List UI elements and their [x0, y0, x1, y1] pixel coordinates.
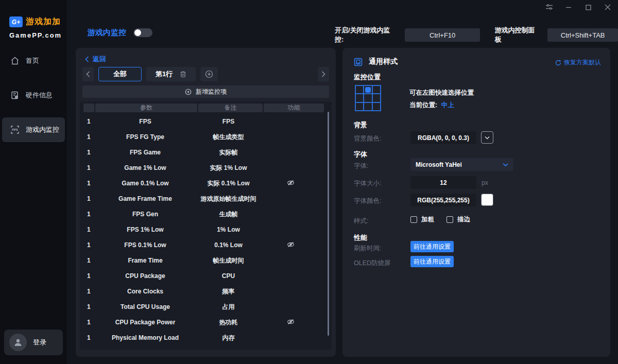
restore-defaults-link[interactable]: 恢复方案默认: [555, 58, 601, 67]
refresh-icon: [555, 60, 561, 66]
logo-domain-text: GamePP.com: [9, 31, 62, 39]
tab-row1[interactable]: 第1行: [146, 67, 196, 81]
row-note: 游戏原始帧生成时间: [196, 195, 261, 203]
sidebar-item-hardware-info[interactable]: 硬件信息: [2, 83, 65, 108]
oled-settings-button[interactable]: 前往通用设置: [410, 256, 454, 267]
table-row[interactable]: 1 FPS 0.1% Low 0.1% Low: [83, 237, 327, 253]
general-style-panel: 通用样式 恢复方案默认 监控位置 可在左图快速选择位置 当前位置: 中上 背景 …: [342, 48, 610, 357]
position-cell-middle-center[interactable]: [364, 94, 372, 102]
background-color-value[interactable]: RGBA(0, 0, 0, 0.3): [410, 131, 476, 144]
row-param: CPU Package: [94, 272, 196, 280]
eye-off-icon[interactable]: [287, 319, 295, 325]
table-scrollbar[interactable]: [328, 112, 329, 336]
sidebar-item-ingame-monitor[interactable]: FPS 游戏内监控: [2, 117, 65, 142]
table-row[interactable]: 1 CPU Package CPU: [83, 268, 327, 284]
row-count: 1: [83, 180, 94, 187]
row-func: [261, 149, 321, 157]
position-cell-middle-left[interactable]: [355, 94, 364, 102]
eye-off-icon[interactable]: [287, 241, 295, 248]
table-row[interactable]: 1 FPS FG Type 帧生成类型: [83, 129, 327, 145]
row-note: 帧生成时间: [196, 256, 261, 265]
maximize-icon[interactable]: [584, 3, 592, 11]
row-note: FPS: [196, 118, 261, 125]
position-cell-middle-right[interactable]: [372, 94, 381, 102]
eye-off-icon[interactable]: [287, 180, 295, 186]
font-color-swatch[interactable]: [481, 194, 493, 206]
add-monitor-item-button[interactable]: 新增监控项: [82, 85, 329, 98]
font-family-label: 字体:: [354, 162, 368, 170]
row-param: FPS Game: [94, 149, 196, 156]
row-func: [261, 118, 321, 126]
row-count: 1: [83, 118, 94, 125]
bold-checkbox[interactable]: 加粗: [410, 215, 434, 224]
row-count: 1: [83, 272, 94, 280]
add-row-tab-button[interactable]: [200, 67, 218, 81]
tabs-scroll-right-button[interactable]: [318, 67, 329, 81]
position-cell-top-right[interactable]: [372, 85, 381, 94]
overlay-toggle-switch[interactable]: [133, 28, 152, 37]
tab-row1-label: 第1行: [156, 70, 173, 79]
position-current-label: 当前位置:: [409, 101, 437, 109]
column-header-param: 参数: [95, 103, 197, 112]
font-family-select[interactable]: Microsoft YaHei: [410, 158, 513, 171]
column-header-count: [83, 103, 94, 112]
position-hint: 可在左图快速选择位置: [409, 89, 474, 97]
font-color-value[interactable]: RGB(255,255,255): [410, 194, 476, 206]
row-count: 1: [83, 257, 94, 264]
row-note: 帧生成类型: [196, 133, 261, 142]
minimize-icon[interactable]: [564, 3, 573, 11]
position-cell-bottom-left[interactable]: [355, 102, 364, 111]
table-row[interactable]: 1 CPU Package Power 热功耗: [83, 315, 327, 330]
trash-icon[interactable]: [180, 71, 186, 78]
position-cell-top-left[interactable]: [355, 85, 364, 94]
table-row[interactable]: 1 Total CPU Usage 占用: [83, 299, 327, 315]
table-row[interactable]: 1 Frame Time 帧生成时间: [83, 253, 327, 268]
sidebar-nav: 首页 硬件信息 FPS 游戏内监控: [2, 48, 65, 152]
circle-plus-icon: [205, 70, 213, 78]
outline-checkbox[interactable]: 描边: [447, 215, 470, 224]
table-row[interactable]: 1 FPS 1% Low 1% Low: [83, 222, 327, 237]
position-cell-bottom-right[interactable]: [372, 102, 381, 111]
hotkey-toggle-value[interactable]: Ctrl+F10: [405, 28, 480, 42]
row-param: Core Clocks: [94, 288, 196, 295]
row-note: 生成帧: [196, 210, 261, 219]
chevron-down-icon: [485, 136, 490, 140]
refresh-time-settings-button[interactable]: 前往通用设置: [410, 241, 454, 252]
close-icon[interactable]: [604, 3, 612, 11]
table-row[interactable]: 1 Game 1% Low 实际 1% Low: [83, 160, 327, 176]
table-row[interactable]: 1 FPS FPS: [83, 114, 327, 129]
row-param: FPS FG Type: [94, 133, 196, 141]
row-note: 1% Low: [196, 226, 261, 233]
table-row[interactable]: 1 Physical Memory Load 内存: [83, 330, 327, 345]
row-param: Game 0.1% Low: [94, 180, 196, 187]
row-func: [261, 334, 321, 342]
tab-all[interactable]: 全部: [98, 67, 142, 81]
table-row[interactable]: 1 Game Frame Time 游戏原始帧生成时间: [83, 191, 327, 206]
table-row[interactable]: 1 Game 0.1% Low 实际 0.1% Low: [83, 176, 327, 191]
back-link[interactable]: 返回: [85, 55, 106, 64]
row-param: Physical Memory Load: [94, 334, 196, 341]
position-section-label: 监控位置: [354, 73, 381, 82]
row-note: 频率: [196, 287, 261, 296]
settings-sliders-icon[interactable]: [545, 3, 553, 11]
row-param: FPS 1% Low: [94, 226, 196, 233]
overlay-header: 游戏内监控: [88, 28, 152, 38]
row-note: 0.1% Low: [196, 241, 261, 249]
login-button[interactable]: 登录: [4, 330, 63, 355]
table-row[interactable]: 1 Core Clocks 频率: [83, 284, 327, 299]
font-color-label: 字体颜色:: [354, 197, 381, 205]
performance-section-label: 性能: [354, 233, 367, 242]
tabs-scroll-left-button[interactable]: [82, 67, 94, 81]
background-color-dropdown-button[interactable]: [481, 131, 493, 144]
position-cell-bottom-center[interactable]: [364, 102, 372, 111]
sidebar-item-home[interactable]: 首页: [2, 48, 65, 73]
row-param: FPS 0.1% Low: [94, 241, 196, 249]
position-cell-top-center[interactable]: [364, 85, 372, 94]
font-size-value[interactable]: 12: [410, 176, 476, 189]
table-row[interactable]: 1 FPS Gen 生成帧: [83, 206, 327, 222]
hotkey-panel-value[interactable]: Ctrl+Shift+TAB: [547, 28, 618, 42]
row-func: [261, 180, 321, 187]
table-row[interactable]: 1 FPS Game 实际帧: [83, 145, 327, 160]
row-func: [261, 211, 321, 218]
position-grid[interactable]: [355, 85, 381, 111]
